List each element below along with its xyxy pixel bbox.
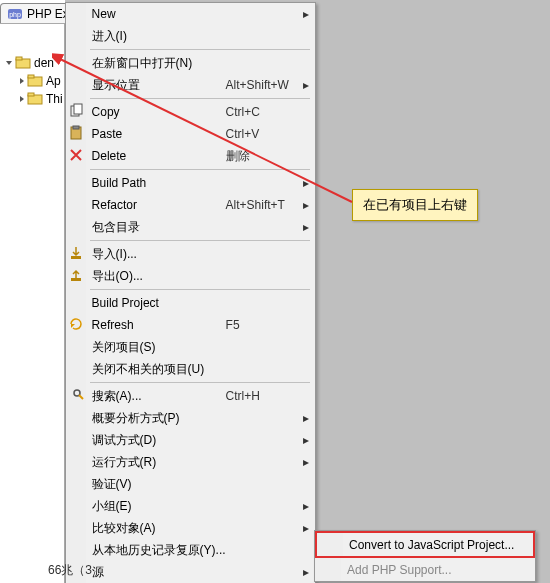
menu-item[interactable]: 从本地历史记录复原(Y)...: [67, 539, 314, 561]
tree-item-label: den: [34, 56, 54, 70]
menu-item-shortcut: [226, 451, 302, 473]
menu-item[interactable]: 比较对象(A)▸: [67, 517, 314, 539]
menu-item-label: 从本地历史记录复原(Y)...: [86, 539, 226, 561]
svg-rect-11: [73, 126, 79, 129]
paste-icon: [67, 123, 86, 145]
tree-item-label: Thi: [46, 92, 63, 106]
submenu-arrow-icon: [302, 473, 314, 495]
submenu-arrow-icon: [302, 314, 314, 336]
menu-item[interactable]: 搜索(A)...Ctrl+H: [67, 385, 314, 407]
delete-icon: [67, 145, 86, 167]
screenshot-canvas: { "tab": {"label": "PHP Exp"}, "tree": {…: [0, 0, 550, 583]
menu-item-shortcut: F5: [226, 314, 302, 336]
menu-item-shortcut: [226, 429, 302, 451]
submenu-arrow-icon: [302, 52, 314, 74]
context-menu: New▸进入(I)在新窗口中打开(N)显示位置Alt+Shift+W▸CopyC…: [65, 2, 316, 583]
menu-item-shortcut: [226, 517, 302, 539]
menu-item[interactable]: 调试方式(D)▸: [67, 429, 314, 451]
svg-rect-12: [71, 256, 81, 259]
expand-icon[interactable]: [6, 61, 12, 65]
menu-item-label: New: [86, 3, 226, 25]
menu-item[interactable]: 概要分析方式(P)▸: [67, 407, 314, 429]
menu-icon-empty: [67, 539, 86, 561]
menu-item-label: 关闭不相关的项目(U): [86, 358, 226, 380]
expand-icon[interactable]: [20, 96, 24, 102]
submenu-arrow-icon: [302, 358, 314, 380]
menu-item-label: Refactor: [86, 194, 226, 216]
tree-item[interactable]: Thi: [6, 90, 63, 108]
menu-item[interactable]: RefreshF5: [67, 314, 314, 336]
menu-item-label: 进入(I): [86, 25, 226, 47]
project-explorer: den Ap Thi: [0, 23, 65, 583]
submenu-arrow-icon: ▸: [302, 216, 314, 238]
menu-item[interactable]: 进入(I): [67, 25, 314, 47]
expand-icon[interactable]: [20, 78, 24, 84]
submenu-arrow-icon: [302, 385, 314, 407]
submenu-arrow-icon: ▸: [302, 3, 314, 25]
submenu-arrow-icon: [302, 25, 314, 47]
menu-item[interactable]: 小组(E)▸: [67, 495, 314, 517]
menu-item-shortcut: Ctrl+C: [226, 101, 302, 123]
menu-item-shortcut: Alt+Shift+T: [226, 194, 302, 216]
menu-item[interactable]: PasteCtrl+V: [67, 123, 314, 145]
menu-item[interactable]: Build Path▸: [67, 172, 314, 194]
menu-icon-empty: [67, 52, 86, 74]
menu-item-label: Build Path: [86, 172, 226, 194]
menu-item-shortcut: [226, 243, 302, 265]
project-folder-icon: [15, 55, 31, 71]
tree-item[interactable]: Ap: [6, 72, 63, 90]
menu-item[interactable]: 源▸: [67, 561, 314, 583]
tree-item-project[interactable]: den: [6, 54, 63, 72]
import-icon: [67, 243, 86, 265]
submenu-arrow-icon: [302, 336, 314, 358]
menu-item-label: 概要分析方式(P): [86, 407, 226, 429]
menu-item-shortcut: [226, 473, 302, 495]
menu-item-label: 显示位置: [86, 74, 226, 96]
menu-item-shortcut: 删除: [226, 145, 302, 167]
submenu-arrow-icon: ▸: [302, 451, 314, 473]
menu-item[interactable]: New▸: [67, 3, 314, 25]
menu-icon-empty: [67, 429, 86, 451]
menu-item[interactable]: 关闭不相关的项目(U): [67, 358, 314, 380]
svg-line-15: [79, 395, 83, 399]
menu-item-label: Copy: [86, 101, 226, 123]
menu-item[interactable]: 导出(O)...: [67, 265, 314, 287]
menu-item[interactable]: 导入(I)...: [67, 243, 314, 265]
menu-item[interactable]: 运行方式(R)▸: [67, 451, 314, 473]
menu-icon-empty: [67, 194, 86, 216]
svg-text:php: php: [9, 11, 21, 19]
svg-rect-9: [74, 104, 82, 114]
menu-item-shortcut: [226, 172, 302, 194]
folder-icon: [27, 73, 43, 89]
tree-item-label: Ap: [46, 74, 61, 88]
menu-item[interactable]: 验证(V): [67, 473, 314, 495]
menu-item[interactable]: 包含目录▸: [67, 216, 314, 238]
menu-icon-empty: [67, 517, 86, 539]
submenu-arrow-icon: [302, 292, 314, 314]
submenu-arrow-icon: ▸: [302, 561, 314, 583]
menu-item[interactable]: CopyCtrl+C: [67, 101, 314, 123]
menu-icon-empty: [67, 292, 86, 314]
menu-item[interactable]: 关闭项目(S): [67, 336, 314, 358]
menu-item-label: 关闭项目(S): [86, 336, 226, 358]
submenu-item: Add PHP Support...: [315, 558, 535, 581]
submenu-arrow-icon: [302, 265, 314, 287]
menu-item-label: Build Project: [86, 292, 226, 314]
menu-item-label: 比较对象(A): [86, 517, 226, 539]
menu-item[interactable]: 显示位置Alt+Shift+W▸: [67, 74, 314, 96]
menu-item-label: 调试方式(D): [86, 429, 226, 451]
submenu-arrow-icon: [302, 101, 314, 123]
menu-item[interactable]: Build Project: [67, 292, 314, 314]
menu-icon-empty: [67, 473, 86, 495]
menu-item[interactable]: Delete删除: [67, 145, 314, 167]
menu-icon-empty: [67, 451, 86, 473]
submenu-item[interactable]: Convert to JavaScript Project...: [315, 531, 535, 558]
submenu-arrow-icon: ▸: [302, 74, 314, 96]
folder-icon: [27, 91, 43, 107]
menu-item[interactable]: 在新窗口中打开(N): [67, 52, 314, 74]
menu-item-shortcut: Alt+Shift+W: [226, 74, 302, 96]
submenu-arrow-icon: ▸: [302, 429, 314, 451]
menu-item[interactable]: RefactorAlt+Shift+T▸: [67, 194, 314, 216]
submenu-arrow-icon: [302, 123, 314, 145]
menu-item-shortcut: [226, 25, 302, 47]
